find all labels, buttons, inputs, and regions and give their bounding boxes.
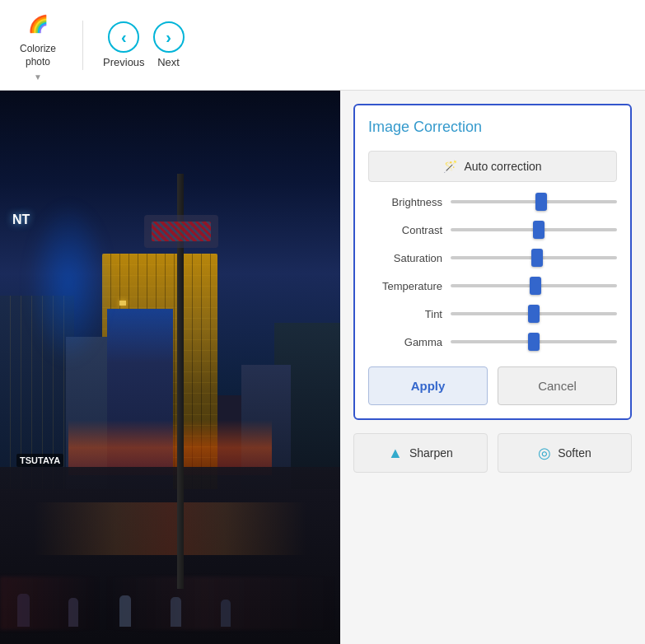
sharpen-label: Sharpen <box>409 446 453 460</box>
saturation-row: Saturation <box>368 250 617 266</box>
photo-area: TSUTAYA NT <box>0 91 340 644</box>
auto-correction-button[interactable]: 🪄 Auto correction <box>368 151 617 182</box>
apply-button[interactable]: Apply <box>368 366 488 405</box>
apply-label: Apply <box>411 379 446 393</box>
auto-icon: 🪄 <box>443 160 457 173</box>
city-scene: TSUTAYA NT <box>0 91 340 644</box>
toolbar-nav-next[interactable]: › Next <box>153 21 185 68</box>
next-icon: › <box>153 21 185 53</box>
brightness-slider[interactable] <box>451 200 617 203</box>
auto-correction-label: Auto correction <box>464 160 541 173</box>
temperature-slider[interactable] <box>451 284 617 287</box>
cancel-label: Cancel <box>538 379 577 393</box>
sign-box <box>144 215 218 248</box>
saturation-label: Saturation <box>368 252 442 264</box>
cancel-button[interactable]: Cancel <box>498 366 617 405</box>
temperature-slider-container <box>451 278 617 294</box>
brightness-row: Brightness <box>368 194 617 210</box>
toolbar-separator-1 <box>82 21 83 70</box>
saturation-slider[interactable] <box>451 256 617 259</box>
pole <box>177 174 184 589</box>
main-content: TSUTAYA NT Image Correction 🪄 Auto corre… <box>0 91 645 644</box>
toolbar-nav-previous[interactable]: ‹ Previous <box>103 21 145 68</box>
contrast-slider[interactable] <box>451 228 617 231</box>
soften-icon: ◎ <box>538 444 551 462</box>
right-panel: Image Correction 🪄 Auto correction Brigh… <box>340 91 645 644</box>
soften-label: Soften <box>558 446 591 460</box>
sharpen-button[interactable]: ▲ Sharpen <box>353 433 488 473</box>
saturation-slider-container <box>451 250 617 266</box>
gamma-row: Gamma <box>368 334 617 350</box>
panel-title: Image Correction <box>368 119 617 136</box>
brightness-slider-container <box>451 194 617 210</box>
temperature-label: Temperature <box>368 280 442 292</box>
street-layer <box>0 467 340 644</box>
tint-slider[interactable] <box>451 312 617 315</box>
previous-icon: ‹ <box>108 21 139 53</box>
temperature-row: Temperature <box>368 278 617 294</box>
action-buttons: Apply Cancel <box>368 366 617 405</box>
contrast-slider-container <box>451 222 617 238</box>
colorize-icon: 🌈 <box>22 8 54 40</box>
tint-label: Tint <box>368 308 442 320</box>
sharpen-icon: ▲ <box>388 445 403 462</box>
blue-glow <box>27 201 110 366</box>
next-label: Next <box>157 56 180 68</box>
gamma-label: Gamma <box>368 336 442 348</box>
brightness-label: Brightness <box>368 196 442 208</box>
tsutaya-sign: TSUTAYA <box>16 454 63 467</box>
toolbar: 🌈 Colorize photo ▼ ‹ Previous › Next <box>0 0 645 91</box>
toolbar-item-colorize[interactable]: 🌈 Colorize photo ▼ <box>13 5 63 84</box>
previous-label: Previous <box>103 56 145 68</box>
colorize-label: Colorize photo <box>20 43 56 68</box>
tint-slider-container <box>451 306 617 322</box>
gamma-slider[interactable] <box>451 340 617 343</box>
soften-button[interactable]: ◎ Soften <box>498 433 632 473</box>
tint-row: Tint <box>368 306 617 322</box>
correction-panel: Image Correction 🪄 Auto correction Brigh… <box>353 104 632 420</box>
colorize-dropdown-arrow: ▼ <box>34 72 42 82</box>
gamma-slider-container <box>451 334 617 350</box>
contrast-label: Contrast <box>368 224 442 236</box>
sign-pattern <box>152 222 211 241</box>
contrast-row: Contrast <box>368 222 617 238</box>
bottom-actions: ▲ Sharpen ◎ Soften <box>353 433 632 473</box>
